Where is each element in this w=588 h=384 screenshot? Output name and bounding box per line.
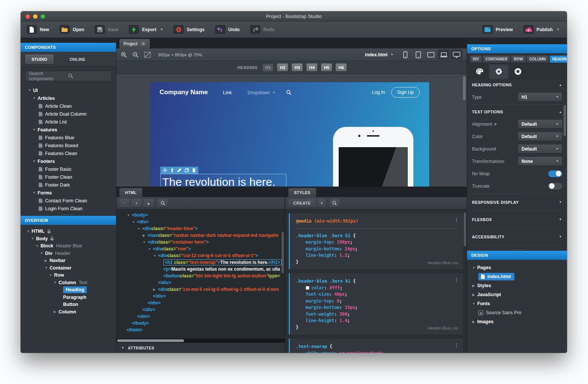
- style-rule-card[interactable]: ⋮@media (min-width:992px).header-blue .h…: [289, 213, 463, 269]
- color-dropdown[interactable]: Default▼: [518, 132, 562, 141]
- overview-node[interactable]: ▼Body: [21, 235, 116, 242]
- tab-options-gear-icon[interactable]: [489, 65, 508, 79]
- nav-prev-button[interactable]: ‹: [119, 199, 130, 208]
- html-panel-tab[interactable]: HTML: [119, 188, 142, 197]
- style-rule-card[interactable]: ⋮.text-nowrap {white-space: nowrap!impor…: [289, 339, 463, 353]
- open-button[interactable]: Open: [60, 25, 84, 34]
- preview-login-link[interactable]: Log In: [372, 90, 385, 95]
- section-flexbox[interactable]: FLEXBOX▼: [467, 212, 567, 227]
- expander-icon[interactable]: ▼: [472, 302, 477, 306]
- project-tab[interactable]: Project ✕: [119, 39, 150, 48]
- preview-signup-button[interactable]: Sign Up: [391, 87, 420, 98]
- expander-icon[interactable]: ▼: [45, 266, 50, 270]
- component-item[interactable]: Features Boxed: [21, 142, 116, 149]
- page-preview[interactable]: Company Name Link Dropdown▼ Log In Sign …: [150, 82, 429, 187]
- type-dropdown[interactable]: H1▼: [518, 93, 562, 101]
- overview-node[interactable]: ▶Column: [21, 308, 116, 316]
- preview-button[interactable]: Preview: [482, 25, 513, 34]
- html-hscrollbar[interactable]: [116, 339, 285, 342]
- expand-arrow-icon[interactable]: ▶: [495, 122, 497, 126]
- expander-icon[interactable]: ▼: [137, 227, 142, 230]
- overview-node[interactable]: ▼HTML: [21, 228, 116, 235]
- design-fonts[interactable]: ▼Fonts: [467, 299, 567, 308]
- transformations-dropdown[interactable]: None▼: [518, 157, 562, 166]
- overview-node[interactable]: Paragraph: [21, 294, 116, 301]
- expander-icon[interactable]: ▼: [472, 266, 477, 270]
- overview-node[interactable]: Button: [21, 301, 116, 309]
- component-group[interactable]: ▼UI: [21, 86, 116, 94]
- expander-icon[interactable]: ▼: [33, 128, 38, 131]
- code-line[interactable]: </div>: [116, 300, 285, 306]
- component-group[interactable]: ▼Footers: [21, 157, 116, 165]
- kebab-menu-icon[interactable]: ⋮: [454, 277, 459, 283]
- html-search-button[interactable]: [158, 199, 168, 208]
- code-line[interactable]: ▼<div class="container hero">: [116, 239, 285, 245]
- component-item[interactable]: Article Clean: [21, 102, 116, 110]
- expander-icon[interactable]: ▼: [54, 281, 59, 284]
- code-line[interactable]: </div>: [116, 306, 285, 313]
- code-line[interactable]: </div>: [116, 293, 285, 300]
- expander-icon[interactable]: ▼: [28, 89, 33, 92]
- preview-nav-dropdown[interactable]: Dropdown▼: [247, 90, 275, 95]
- tab-studio[interactable]: STUDIO: [25, 54, 54, 64]
- move-up-icon[interactable]: [170, 168, 174, 172]
- save-button[interactable]: Save: [95, 25, 118, 34]
- attributes-section-header[interactable]: ▼ ATTRIBUTES: [116, 342, 285, 353]
- breadcrumb-container[interactable]: CONTAINER: [483, 56, 510, 63]
- duplicate-icon[interactable]: [185, 168, 189, 172]
- device-phone-button[interactable]: [400, 50, 411, 60]
- no-wrap-toggle[interactable]: [548, 170, 562, 177]
- zoom-out-button[interactable]: [133, 52, 139, 58]
- code-line[interactable]: <h1 class="text-nowrap">The revolution i…: [116, 259, 285, 266]
- expander-icon[interactable]: ▼: [31, 237, 36, 240]
- design-images[interactable]: ▶Images: [467, 317, 567, 326]
- expander-icon[interactable]: ▼: [36, 244, 41, 248]
- selected-code-node[interactable]: <h1 class="text-nowrap">The revolution i…: [163, 259, 282, 265]
- device-tablet-landscape-button[interactable]: [425, 50, 437, 60]
- component-item[interactable]: Footer Clean: [21, 173, 116, 181]
- page-selector-dropdown[interactable]: index.html ▼: [365, 52, 394, 57]
- background-dropdown[interactable]: Default▼: [518, 145, 562, 153]
- nav-up-button[interactable]: ▲: [143, 199, 154, 208]
- export-button[interactable]: Export ▼: [129, 25, 163, 34]
- selected-heading-outline[interactable]: The revolution is here.: [160, 174, 286, 187]
- code-line[interactable]: </html>: [116, 327, 285, 333]
- design-styles[interactable]: ▶Styles: [467, 281, 567, 290]
- overview-node[interactable]: ▼BlockHeader Blue: [21, 242, 116, 250]
- zoom-window-button[interactable]: [41, 14, 45, 19]
- close-tab-icon[interactable]: ✕: [141, 41, 146, 46]
- component-item[interactable]: Footer Basic: [21, 165, 116, 173]
- alignment-dropdown[interactable]: Default▼: [518, 120, 562, 128]
- tab-animation-star-icon[interactable]: [508, 65, 528, 78]
- expander-icon[interactable]: ▼: [148, 247, 153, 251]
- component-item[interactable]: Features Clean: [21, 149, 116, 157]
- overview-node[interactable]: ▼Row: [21, 272, 116, 279]
- device-tablet-button[interactable]: [412, 50, 424, 60]
- component-item[interactable]: Footer Dark: [21, 181, 116, 189]
- code-line[interactable]: ▼<div class="row">: [116, 245, 285, 252]
- device-desktop-button[interactable]: [451, 50, 462, 60]
- style-rule-card[interactable]: ⋮.header-blue .hero h1 {color: #fff;font…: [289, 273, 463, 334]
- component-item[interactable]: Article List: [21, 118, 116, 126]
- code-line[interactable]: </body>: [116, 320, 285, 327]
- expander-icon[interactable]: ▶: [143, 234, 148, 237]
- expander-icon[interactable]: ▶: [472, 284, 477, 288]
- code-line[interactable]: ▼<div>: [116, 218, 285, 225]
- overview-node[interactable]: ▼Container: [21, 264, 116, 272]
- expander-icon[interactable]: ▼: [33, 160, 38, 163]
- expander-icon[interactable]: ▶: [472, 293, 477, 297]
- preview-brand[interactable]: Company Name: [160, 89, 208, 96]
- components-scrollbar[interactable]: [564, 105, 566, 136]
- code-line[interactable]: </div>: [116, 313, 285, 320]
- close-window-button[interactable]: [26, 14, 30, 19]
- component-item[interactable]: Article Dual Column: [21, 110, 116, 118]
- nav-next-button[interactable]: ›: [131, 199, 142, 208]
- code-line[interactable]: </div>: [116, 279, 285, 286]
- design-javascript[interactable]: ▶JavaScript: [467, 290, 567, 299]
- heading-button-h2[interactable]: H2: [277, 63, 288, 71]
- overview-node[interactable]: ▼ColumnText: [21, 279, 116, 286]
- move-icon[interactable]: [163, 168, 167, 172]
- kebab-menu-icon[interactable]: ⋮: [454, 217, 459, 223]
- code-line[interactable]: ▼<body>: [116, 212, 285, 218]
- expander-icon[interactable]: ▼: [132, 220, 137, 224]
